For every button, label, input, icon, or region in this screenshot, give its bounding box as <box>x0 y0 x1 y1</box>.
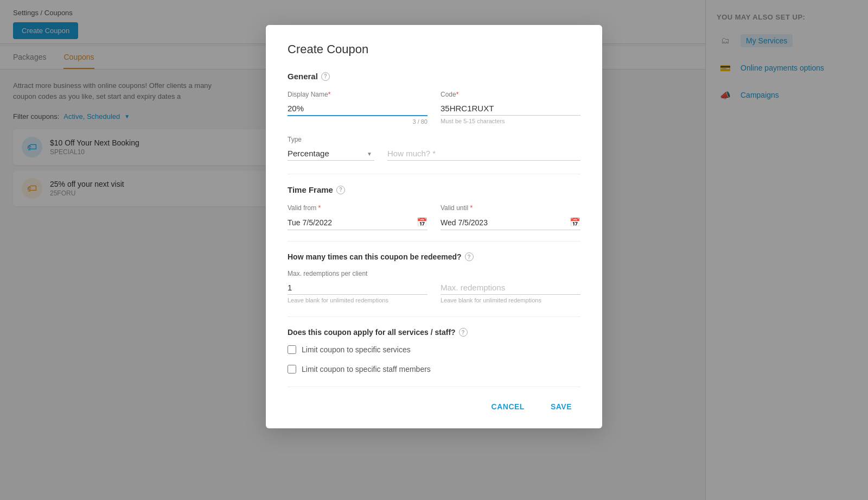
display-name-group: Display Name* 3 / 80 <box>288 91 427 125</box>
name-code-row: Display Name* 3 / 80 Code* Must be 5-15 … <box>288 91 580 125</box>
section-divider-2 <box>288 241 580 242</box>
valid-from-wrapper: 📅 <box>288 215 427 230</box>
general-section-title: General ? <box>288 72 580 81</box>
create-coupon-modal: Create Coupon General ? Display Name* 3 … <box>266 25 602 428</box>
type-select-wrapper: Percentage Fixed Amount ▼ <box>288 147 374 161</box>
max-per-client-label: Max. redemptions per client <box>288 270 427 277</box>
max-per-client-input[interactable] <box>288 281 427 295</box>
code-input[interactable] <box>441 102 580 116</box>
valid-from-label: Valid from * <box>288 204 427 212</box>
modal-footer: CANCEL SAVE <box>288 387 580 415</box>
redemption-section: How many times can this coupon be redeem… <box>288 252 580 303</box>
max-total-group: Leave blank for unlimited redemptions <box>441 270 580 303</box>
type-label: Type <box>288 136 374 143</box>
apply-help-icon[interactable]: ? <box>459 328 468 337</box>
valid-until-wrapper: 📅 <box>441 215 580 230</box>
display-name-input[interactable] <box>288 102 427 116</box>
valid-from-input[interactable] <box>288 218 417 227</box>
valid-until-calendar-icon[interactable]: 📅 <box>570 217 580 227</box>
time-frame-help-icon[interactable]: ? <box>336 186 345 194</box>
how-much-label <box>387 136 580 143</box>
section-divider-3 <box>288 317 580 317</box>
max-total-hint: Leave blank for unlimited redemptions <box>441 297 580 303</box>
display-name-label: Display Name* <box>288 91 427 98</box>
time-frame-section-title: Time Frame ? <box>288 185 580 194</box>
how-much-input[interactable] <box>387 147 580 161</box>
save-button[interactable]: SAVE <box>542 398 580 415</box>
char-count: 3 / 80 <box>288 118 427 125</box>
cancel-button[interactable]: CANCEL <box>483 398 533 415</box>
redemption-title: How many times can this coupon be redeem… <box>288 252 580 261</box>
limit-services-group: Limit coupon to specific services <box>288 345 580 354</box>
redemption-help-icon[interactable]: ? <box>465 252 474 261</box>
general-help-icon[interactable]: ? <box>321 72 330 81</box>
section-divider-1 <box>288 174 580 174</box>
redemption-row: Max. redemptions per client Leave blank … <box>288 270 580 303</box>
valid-until-label: Valid until * <box>441 204 580 212</box>
max-per-client-hint: Leave blank for unlimited redemptions <box>288 297 427 303</box>
max-per-client-group: Max. redemptions per client Leave blank … <box>288 270 427 303</box>
limit-services-label: Limit coupon to specific services <box>302 345 411 354</box>
code-label: Code* <box>441 91 580 98</box>
max-total-label <box>441 270 580 277</box>
apply-section: Does this coupon apply for all services … <box>288 328 580 374</box>
type-row: Type Percentage Fixed Amount ▼ <box>288 136 580 161</box>
modal-title: Create Coupon <box>288 42 580 56</box>
limit-staff-checkbox[interactable] <box>288 365 296 374</box>
code-hint: Must be 5-15 characters <box>441 118 580 124</box>
valid-from-group: Valid from * 📅 <box>288 204 427 230</box>
valid-until-input[interactable] <box>441 218 570 227</box>
type-select[interactable]: Percentage Fixed Amount <box>288 147 374 161</box>
valid-from-calendar-icon[interactable]: 📅 <box>417 217 427 227</box>
valid-until-group: Valid until * 📅 <box>441 204 580 230</box>
limit-services-checkbox[interactable] <box>288 345 296 354</box>
apply-question: Does this coupon apply for all services … <box>288 328 580 337</box>
limit-staff-label: Limit coupon to specific staff members <box>302 365 431 374</box>
how-much-group <box>387 136 580 161</box>
date-row: Valid from * 📅 Valid until * 📅 <box>288 204 580 230</box>
limit-staff-group: Limit coupon to specific staff members <box>288 365 580 374</box>
code-group: Code* Must be 5-15 characters <box>441 91 580 125</box>
max-total-input[interactable] <box>441 281 580 295</box>
type-group: Type Percentage Fixed Amount ▼ <box>288 136 374 161</box>
